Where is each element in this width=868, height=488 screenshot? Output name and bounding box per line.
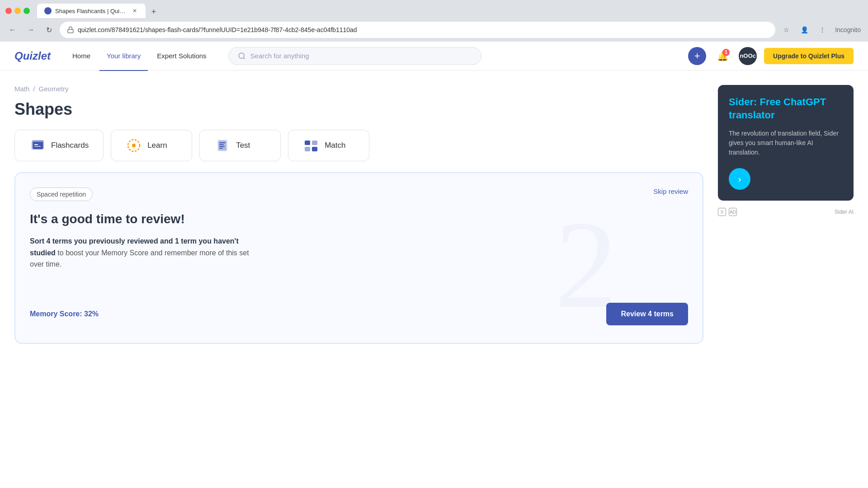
svg-rect-13 bbox=[219, 146, 225, 147]
svg-point-8 bbox=[132, 144, 136, 147]
svg-rect-0 bbox=[68, 29, 73, 33]
ad-desc: The revolution of translation field, Sid… bbox=[729, 129, 843, 157]
breadcrumb-geometry[interactable]: Geometry bbox=[39, 85, 69, 93]
nav-home[interactable]: Home bbox=[65, 48, 98, 63]
svg-rect-11 bbox=[219, 142, 226, 143]
browser-nav: ← → ↻ quizlet.com/878491621/shapes-flash… bbox=[0, 18, 868, 42]
svg-rect-4 bbox=[33, 142, 43, 149]
browser-titlebar: Shapes Flashcards | Quizlet ✕ + bbox=[0, 0, 868, 18]
review-desc-rest: to boost your Memory Score and remember … bbox=[30, 249, 249, 268]
flashcards-label: Flashcards bbox=[51, 141, 89, 150]
learn-label: Learn bbox=[147, 141, 167, 150]
svg-rect-17 bbox=[305, 147, 310, 151]
notification-badge: 1 bbox=[722, 49, 730, 56]
browser-tab-active[interactable]: Shapes Flashcards | Quizlet ✕ bbox=[37, 4, 146, 18]
search-input[interactable] bbox=[250, 52, 472, 60]
ad-next-button[interactable]: › bbox=[729, 168, 750, 190]
refresh-btn[interactable]: ↻ bbox=[42, 23, 56, 37]
bookmark-btn[interactable]: ☆ bbox=[779, 23, 793, 37]
test-label: Test bbox=[236, 141, 250, 150]
logo[interactable]: Quizlet bbox=[14, 50, 51, 62]
review-desc: Sort 4 terms you previously reviewed and… bbox=[30, 235, 265, 270]
memory-score-label: Memory Score: bbox=[30, 310, 82, 318]
browser-close-btn[interactable] bbox=[5, 8, 12, 14]
search-icon bbox=[238, 52, 246, 60]
breadcrumb-math[interactable]: Math bbox=[14, 85, 29, 93]
tab-favicon bbox=[44, 7, 52, 14]
svg-rect-15 bbox=[305, 141, 310, 145]
study-mode-test[interactable]: Test bbox=[199, 130, 281, 161]
spaced-repetition-badge[interactable]: Spaced repetition bbox=[30, 188, 93, 201]
svg-rect-16 bbox=[312, 141, 317, 145]
back-btn[interactable]: ← bbox=[5, 23, 20, 37]
ad-footer: X AD Sider AI bbox=[718, 208, 854, 216]
learn-icon bbox=[126, 137, 142, 154]
navbar: Quizlet Home Your library Expert Solutio… bbox=[0, 42, 868, 70]
notifications-button[interactable]: 🔔 1 bbox=[713, 47, 731, 65]
study-mode-match[interactable]: Match bbox=[288, 130, 369, 161]
content-left: Math / Geometry Shapes bbox=[14, 85, 703, 344]
ad-x-btn[interactable]: X bbox=[718, 208, 726, 216]
app-wrapper: Quizlet Home Your library Expert Solutio… bbox=[0, 42, 868, 358]
study-mode-learn[interactable]: Learn bbox=[111, 130, 192, 161]
avatar-text: nOOc bbox=[740, 52, 755, 59]
bg-decorative-shape: 2 bbox=[531, 191, 675, 336]
lock-icon bbox=[67, 26, 74, 33]
memory-score: Memory Score: 32% bbox=[30, 310, 99, 318]
nav-right: + 🔔 1 nOOc Upgrade to Quizlet Plus bbox=[688, 47, 854, 65]
nav-expert[interactable]: Expert Solutions bbox=[150, 48, 213, 63]
ad-source: Sider AI bbox=[835, 209, 854, 215]
add-button[interactable]: + bbox=[688, 47, 706, 65]
new-tab-button[interactable]: + bbox=[147, 5, 160, 18]
profile-btn[interactable]: 👤 bbox=[797, 23, 811, 37]
svg-rect-5 bbox=[34, 144, 38, 145]
url-text: quizlet.com/878491621/shapes-flash-cards… bbox=[78, 26, 768, 33]
svg-rect-14 bbox=[219, 148, 223, 149]
match-icon bbox=[303, 137, 319, 154]
avatar[interactable]: nOOc bbox=[739, 47, 757, 65]
match-label: Match bbox=[325, 141, 345, 150]
svg-rect-6 bbox=[34, 146, 41, 147]
browser-actions: ☆ 👤 ⋮ Incognito bbox=[779, 23, 863, 37]
browser-chrome: Shapes Flashcards | Quizlet ✕ + ← → ↻ qu… bbox=[0, 0, 868, 42]
ad-label: X AD bbox=[718, 208, 737, 216]
browser-tabs: Shapes Flashcards | Quizlet ✕ + bbox=[37, 4, 160, 18]
forward-btn[interactable]: → bbox=[24, 23, 38, 37]
svg-rect-18 bbox=[312, 147, 317, 151]
ad-panel: Sider: Free ChatGPT translator The revol… bbox=[718, 85, 854, 344]
incognito-label: Incognito bbox=[833, 26, 863, 33]
ad-card: Sider: Free ChatGPT translator The revol… bbox=[718, 85, 854, 201]
browser-max-btn[interactable] bbox=[24, 8, 30, 14]
tab-title: Shapes Flashcards | Quizlet bbox=[55, 8, 127, 14]
upgrade-button[interactable]: Upgrade to Quizlet Plus bbox=[764, 48, 854, 64]
test-icon bbox=[214, 137, 231, 154]
svg-text:2: 2 bbox=[555, 195, 618, 334]
review-card: 2 Spaced repetition Skip review It's a g… bbox=[14, 172, 703, 344]
breadcrumb: Math / Geometry bbox=[14, 85, 703, 93]
address-bar[interactable]: quizlet.com/878491621/shapes-flash-cards… bbox=[60, 22, 775, 38]
skip-review-link[interactable]: Skip review bbox=[653, 188, 688, 195]
svg-rect-12 bbox=[219, 144, 224, 145]
svg-point-1 bbox=[239, 53, 244, 58]
main-content: Math / Geometry Shapes bbox=[0, 70, 868, 358]
page-title: Shapes bbox=[14, 100, 703, 119]
logo-text: Quizlet bbox=[14, 50, 51, 62]
nav-links: Home Your library Expert Solutions bbox=[65, 48, 214, 63]
nav-library[interactable]: Your library bbox=[99, 48, 148, 63]
memory-score-value: 32% bbox=[84, 310, 99, 318]
browser-controls bbox=[5, 8, 30, 14]
flashcards-icon bbox=[29, 137, 46, 154]
study-modes: Flashcards Learn bbox=[14, 130, 703, 161]
browser-min-btn[interactable] bbox=[14, 8, 21, 14]
breadcrumb-separator: / bbox=[33, 85, 35, 93]
tab-close-btn[interactable]: ✕ bbox=[131, 7, 138, 14]
extensions-btn[interactable]: ⋮ bbox=[815, 23, 830, 37]
svg-rect-10 bbox=[218, 141, 226, 150]
study-mode-flashcards[interactable]: Flashcards bbox=[14, 130, 104, 161]
search-bar[interactable] bbox=[228, 47, 481, 65]
ad-d-btn[interactable]: AD bbox=[729, 208, 737, 216]
ad-title: Sider: Free ChatGPT translator bbox=[729, 96, 843, 122]
